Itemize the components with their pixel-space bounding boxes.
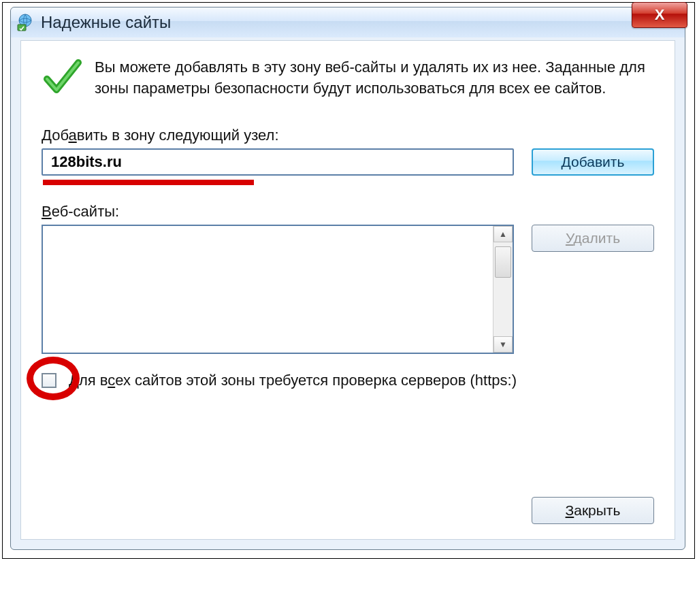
checkmark-icon — [42, 57, 82, 98]
info-text: Вы можете добавлять в эту зону веб-сайты… — [95, 57, 654, 99]
info-row: Вы можете добавлять в эту зону веб-сайты… — [42, 57, 654, 99]
titlebar: Надежные сайты X — [11, 7, 685, 37]
close-icon: X — [655, 6, 665, 24]
sites-label-post: еб-сайты: — [52, 203, 119, 220]
websites-listbox[interactable]: ▲ ▼ — [42, 225, 514, 354]
dialog-window: Надежные сайты X Вы можете добавлять в э… — [10, 7, 685, 550]
annotation-underline — [43, 180, 254, 185]
add-label-post: вить в зону следующий узел: — [77, 127, 279, 144]
close-button[interactable]: X — [632, 2, 687, 28]
add-button[interactable]: Добавить — [532, 148, 654, 176]
sites-row: ▲ ▼ Удалить — [42, 225, 654, 354]
site-url-input[interactable] — [42, 148, 514, 176]
scroll-down-button[interactable]: ▼ — [493, 336, 513, 353]
add-label-accel: а — [68, 127, 76, 144]
dialog-footer: Закрыть — [532, 497, 654, 524]
window-title: Надежные сайты — [41, 13, 679, 32]
websites-label: Веб-сайты: — [42, 203, 654, 221]
https-checkbox[interactable] — [42, 373, 56, 388]
scroll-up-button[interactable]: ▲ — [493, 226, 513, 242]
scroll-thumb[interactable] — [495, 246, 511, 278]
add-label-pre: Доб — [42, 127, 68, 144]
list-scrollbar[interactable]: ▲ ▼ — [493, 226, 513, 353]
sites-label-accel: В — [42, 203, 52, 220]
trusted-sites-icon — [16, 14, 34, 31]
dialog-panel: Вы можете добавлять в эту зону веб-сайты… — [20, 40, 675, 540]
add-row: Добавить — [42, 148, 654, 176]
close-dialog-button[interactable]: Закрыть — [532, 497, 654, 524]
https-check-label: Для всех сайтов этой зоны требуется пров… — [69, 372, 517, 389]
remove-button[interactable]: Удалить — [532, 225, 654, 252]
https-check-row: Для всех сайтов этой зоны требуется пров… — [42, 372, 654, 389]
add-site-label: Добавить в зону следующий узел: — [42, 127, 654, 144]
